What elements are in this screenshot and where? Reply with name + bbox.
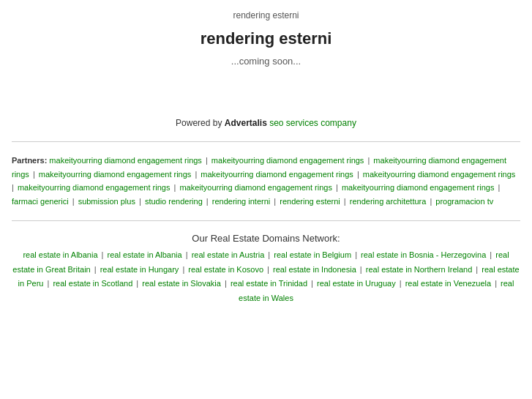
powered-by-link[interactable]: seo services company bbox=[269, 118, 356, 128]
divider-bottom bbox=[12, 220, 520, 221]
separator: | bbox=[184, 250, 190, 259]
real-estate-link[interactable]: real estate in Indonesia bbox=[273, 265, 356, 274]
partners-section: Partners: makeityourring diamond engagem… bbox=[0, 148, 532, 215]
real-estate-section: Our Real Estate Domains Network: real es… bbox=[0, 227, 532, 318]
separator: | bbox=[171, 183, 178, 192]
partner-link[interactable]: studio rendering bbox=[145, 197, 203, 206]
separator: | bbox=[309, 279, 315, 288]
separator: | bbox=[192, 170, 199, 179]
powered-by-brand: Advertalis bbox=[225, 118, 267, 128]
separator: | bbox=[334, 183, 340, 192]
real-estate-link[interactable]: real estate in Scotland bbox=[53, 279, 132, 288]
separator: | bbox=[222, 279, 229, 288]
separator: | bbox=[342, 197, 348, 206]
separator: | bbox=[265, 265, 271, 274]
separator: | bbox=[487, 250, 494, 259]
separator: | bbox=[271, 197, 278, 206]
real-estate-link[interactable]: real estate in Trinidad bbox=[231, 279, 307, 288]
separator: | bbox=[100, 250, 106, 259]
partner-link[interactable]: farmaci generici bbox=[12, 197, 69, 206]
separator: | bbox=[353, 250, 359, 259]
partner-link[interactable]: makeityourring diamond engagement rings bbox=[201, 170, 353, 179]
real-estate-links: real estate in Albania | real estate in … bbox=[12, 248, 520, 306]
partners-label: Partners: bbox=[12, 156, 49, 165]
separator: | bbox=[358, 265, 364, 274]
separator: | bbox=[92, 265, 99, 274]
real-estate-link[interactable]: real estate in Kosovo bbox=[188, 265, 263, 274]
partner-link[interactable]: makeityourring diamond engagement rings bbox=[18, 183, 171, 192]
separator: | bbox=[397, 279, 404, 288]
partner-link[interactable]: makeityourring diamond engagement rings bbox=[342, 183, 495, 192]
separator: | bbox=[473, 265, 480, 274]
separator: | bbox=[70, 197, 77, 206]
top-nav: rendering esterni bbox=[0, 0, 532, 23]
partner-link[interactable]: makeityourring diamond engagement rings bbox=[39, 170, 192, 179]
powered-by-section: Powered by Advertalis seo services compa… bbox=[0, 111, 532, 135]
divider-top bbox=[12, 141, 520, 142]
separator: | bbox=[203, 156, 210, 165]
partner-link[interactable]: makeityourring diamond engagement rings bbox=[211, 156, 364, 165]
partner-link[interactable]: makeityourring diamond engagement rings bbox=[49, 156, 202, 165]
separator: | bbox=[45, 279, 51, 288]
separator: | bbox=[266, 250, 272, 259]
powered-by-prefix: Powered by bbox=[176, 118, 225, 128]
real-estate-link[interactable]: real estate in Bosnia - Herzegovina bbox=[361, 250, 486, 259]
separator: | bbox=[180, 265, 187, 274]
partner-link[interactable]: makeityourring diamond engagement rings bbox=[363, 170, 516, 179]
separator: | bbox=[137, 197, 143, 206]
partner-link[interactable]: rendering interni bbox=[212, 197, 271, 206]
real-estate-link[interactable]: real estate in Hungary bbox=[100, 265, 179, 274]
separator: | bbox=[492, 279, 499, 288]
separator: | bbox=[31, 170, 37, 179]
real-estate-link[interactable]: real estate in Northern Ireland bbox=[366, 265, 473, 274]
coming-soon: ...coming soon... bbox=[0, 51, 532, 111]
real-estate-link[interactable]: real estate in Venezuela bbox=[405, 279, 491, 288]
separator: | bbox=[204, 197, 211, 206]
partner-link[interactable]: submission plus bbox=[78, 197, 135, 206]
partner-link[interactable]: programacion tv bbox=[435, 197, 493, 206]
separator: | bbox=[355, 170, 361, 179]
separator: | bbox=[12, 183, 16, 192]
partner-link[interactable]: makeityourring diamond engagement rings bbox=[179, 183, 332, 192]
real-estate-link[interactable]: real estate in Uruguay bbox=[317, 279, 396, 288]
real-estate-link[interactable]: real estate in Slovakia bbox=[142, 279, 221, 288]
real-estate-link[interactable]: real estate in Albania bbox=[23, 250, 97, 259]
separator: | bbox=[365, 156, 372, 165]
real-estate-link[interactable]: real estate in Belgium bbox=[274, 250, 351, 259]
separator: | bbox=[427, 197, 434, 206]
top-nav-label: rendering esterni bbox=[233, 10, 299, 20]
separator: | bbox=[134, 279, 141, 288]
real-estate-title: Our Real Estate Domains Network: bbox=[12, 233, 520, 244]
real-estate-link[interactable]: real estate in Albania bbox=[108, 250, 182, 259]
partner-link[interactable]: rendering architettura bbox=[350, 197, 427, 206]
partner-link[interactable]: rendering esterni bbox=[280, 197, 340, 206]
real-estate-link[interactable]: real estate in Austria bbox=[192, 250, 265, 259]
main-title: rendering esterni bbox=[0, 23, 532, 51]
separator: | bbox=[495, 183, 500, 192]
